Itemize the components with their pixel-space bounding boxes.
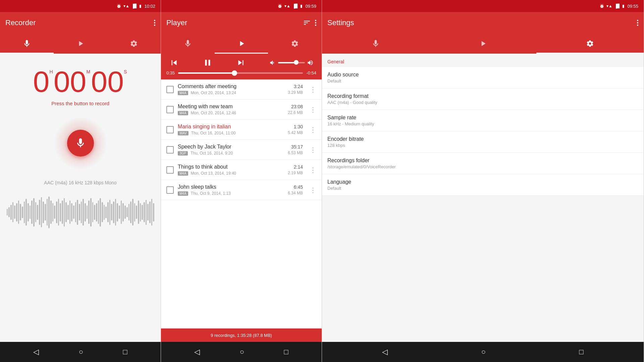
seek-bar[interactable]	[178, 72, 303, 74]
recording-item[interactable]: Things to think about M4A Mon, Oct 13, 2…	[161, 160, 322, 180]
ptab-settings[interactable]	[268, 34, 322, 54]
rec-date: Mon, Oct 13, 2014, 19:40	[191, 171, 236, 176]
next-button[interactable]	[236, 58, 246, 68]
stab-record[interactable]	[322, 34, 429, 54]
recording-item[interactable]: Meeting with new team M4A Mon, Oct 20, 2…	[161, 100, 322, 120]
s-recent-button[interactable]: □	[579, 348, 583, 356]
rec-date: Thu, Oct 9, 2014, 1:13	[191, 191, 231, 196]
rec-size: 22.6 MB	[288, 110, 303, 115]
rec-more-button[interactable]: ⋮	[307, 166, 316, 174]
s-home-button[interactable]: ○	[481, 348, 486, 356]
recording-item[interactable]: Speech by Jack Taylor 3GP Thu, Oct 16, 2…	[161, 140, 322, 160]
settings-time: 09:55	[627, 4, 638, 9]
record-button[interactable]	[67, 130, 94, 157]
wave-bar	[7, 209, 8, 216]
settings-section-general: General	[322, 54, 644, 67]
wave-bar	[124, 205, 126, 219]
tab-record[interactable]	[0, 34, 54, 54]
recording-item[interactable]: Comments after meeting M4A Mon, Oct 20, …	[161, 79, 322, 100]
wave-bar	[54, 205, 55, 219]
wave-bar	[140, 203, 141, 222]
volume-slider[interactable]	[278, 62, 305, 63]
settings-item[interactable]: Encoder bitrate 128 kbps	[322, 131, 644, 153]
tab-settings-rec[interactable]	[107, 34, 161, 54]
recent-button[interactable]: □	[123, 348, 127, 356]
rec-right: 35:17 6.53 MB	[288, 144, 303, 155]
home-button[interactable]: ○	[79, 348, 83, 356]
settings-item[interactable]: Recordings folder /storage/emulated/0/Vo…	[322, 153, 644, 174]
recorder-status-icons: ⏰ ▾▲ ▐▊ ▮	[116, 4, 142, 8]
p-back-button[interactable]: ◁	[194, 348, 200, 356]
rec-checkbox[interactable]	[166, 126, 174, 133]
stab-settings[interactable]	[536, 34, 644, 54]
wave-bar	[109, 200, 111, 225]
settings-status-bar: ⏰ ▾▲ ▐▊ ▮ 09:55	[322, 0, 644, 12]
settings-item-value: AAC (m4a) - Good quality	[327, 100, 638, 105]
s-back-button[interactable]: ◁	[382, 348, 388, 356]
p-battery-icon: ▮	[300, 4, 303, 8]
filter-icon[interactable]	[302, 17, 312, 28]
settings-nav-bar: ◁ ○ □	[322, 342, 644, 362]
settings-item[interactable]: Audio source Default	[322, 67, 644, 88]
p-home-button[interactable]: ○	[240, 348, 244, 356]
player-overflow-menu[interactable]	[315, 20, 316, 26]
wave-bar	[98, 200, 99, 224]
rec-info: John sleep talks M4A Thu, Oct 9, 2014, 1…	[178, 184, 284, 196]
audio-info: AAC (m4a) 16 kHz 128 kbps Mono	[44, 180, 116, 185]
rec-tag: 3GP	[178, 151, 188, 156]
p-recent-button[interactable]: □	[284, 348, 288, 356]
player-status-bar: ⏰ ▾▲ ▐▊ ▮ 09:59	[161, 0, 322, 12]
wave-bar	[104, 205, 105, 220]
back-button[interactable]: ◁	[33, 348, 39, 356]
settings-item[interactable]: Recording format AAC (m4a) - Good qualit…	[322, 88, 644, 110]
rec-checkbox[interactable]	[166, 186, 174, 194]
recorder-app-bar: Recorder	[0, 12, 161, 34]
rec-info: Maria singing in italian WAV Thu, Oct 16…	[178, 124, 284, 135]
p-signal-icon: ▐▊	[292, 4, 299, 8]
recorder-phone: ⏰ ▾▲ ▐▊ ▮ 10:02 Recorder 0	[0, 0, 161, 362]
s-wifi-icon: ▾▲	[606, 4, 612, 8]
ptab-record[interactable]	[161, 34, 215, 54]
rec-more-button[interactable]: ⋮	[307, 186, 316, 194]
recording-item[interactable]: Maria singing in italian WAV Thu, Oct 16…	[161, 120, 322, 140]
wave-bar	[146, 200, 147, 225]
recorder-overflow-menu[interactable]	[154, 20, 155, 26]
timer-seconds: 00	[91, 67, 124, 97]
settings-item[interactable]: Language Default	[322, 174, 644, 196]
seek-current: 0:35	[166, 70, 175, 75]
rec-checkbox[interactable]	[166, 106, 174, 113]
timer-display: 0 H 00 M 00 S	[33, 67, 128, 97]
rec-checkbox[interactable]	[166, 146, 174, 154]
rec-duration: 3:24	[294, 84, 303, 89]
wave-bar	[92, 202, 94, 222]
rec-right: 6:45 6.34 MB	[288, 184, 303, 195]
rec-right: 1:30 5.42 MB	[288, 124, 303, 135]
settings-item[interactable]: Sample rate 16 kHz - Medium quality	[322, 110, 644, 131]
pause-button[interactable]	[203, 58, 213, 68]
wave-bar	[8, 207, 10, 217]
rec-meta: M4A Mon, Oct 13, 2014, 19:40	[178, 171, 284, 176]
recorder-content-area: 0 H 00 M 00 S Press the button to record	[0, 54, 161, 342]
rec-more-button[interactable]: ⋮	[307, 146, 316, 154]
rec-meta: 3GP Thu, Oct 16, 2014, 9:20	[178, 151, 284, 156]
rec-meta: M4A Mon, Oct 20, 2014, 12:46	[178, 111, 284, 115]
ptab-player[interactable]	[215, 34, 268, 54]
rec-duration: 23:08	[291, 104, 303, 109]
settings-item-title: Recordings folder	[327, 158, 638, 164]
settings-overflow-menu[interactable]	[637, 20, 638, 26]
wave-bar	[60, 203, 61, 222]
p-wifi-icon: ▾▲	[284, 4, 290, 8]
rec-meta: M4A Mon, Oct 20, 2014, 13:24	[178, 90, 284, 95]
tab-player[interactable]	[54, 34, 107, 54]
rec-more-button[interactable]: ⋮	[307, 85, 316, 94]
rec-size: 6.53 MB	[288, 150, 303, 155]
wave-bar	[35, 202, 37, 222]
rec-more-button[interactable]: ⋮	[307, 126, 316, 134]
rec-checkbox[interactable]	[166, 86, 174, 93]
wave-bar	[71, 203, 72, 222]
rec-checkbox[interactable]	[166, 166, 174, 174]
prev-button[interactable]	[169, 58, 179, 68]
rec-more-button[interactable]: ⋮	[307, 106, 316, 114]
recording-item[interactable]: John sleep talks M4A Thu, Oct 9, 2014, 1…	[161, 180, 322, 200]
stab-player[interactable]	[429, 34, 537, 54]
